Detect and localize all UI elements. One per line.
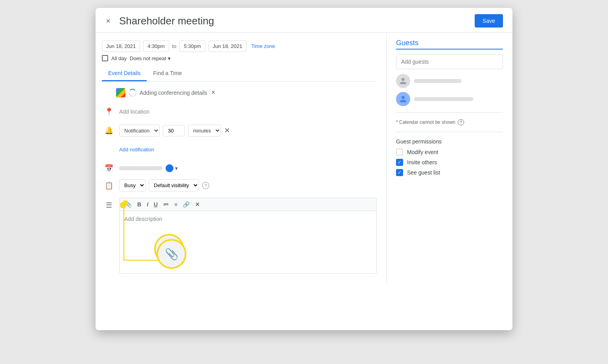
ordered-list-button[interactable]: ≔ [161,200,171,209]
loading-spinner [129,89,136,97]
status-help-icon[interactable]: ? [202,182,209,189]
modal-header: × Shareholder meeting Save [96,8,512,33]
italic-button[interactable]: I [144,200,151,209]
conferencing-row: Adding conferencing details × [102,88,377,97]
left-panel: Jun 18, 2021 4:30pm to 5:30pm Jun 18, 20… [96,33,387,283]
underline-button[interactable]: U [151,200,160,209]
repeat-label: Does not repeat [130,55,166,61]
start-date-chip[interactable]: Jun 18, 2021 [102,40,140,52]
calendar-bar [119,166,162,170]
description-form-row: ☰ 📎 B I U ≔ ≡ [102,198,377,274]
conferencing-text: Adding conferencing details [140,90,207,96]
permissions-title: Guest permissions [396,138,503,145]
end-date-chip[interactable]: Jun 18, 2021 [208,40,247,52]
separator-2 [396,132,503,132]
location-row: 📍 [102,104,377,119]
invite-others-label: Invite others [407,159,437,165]
see-guest-list-label: See guest list [407,169,440,176]
event-title: Shareholder meeting [119,15,470,27]
notification-unit-select[interactable]: minutes [188,125,221,137]
large-attach-icon-highlight: 📎 [154,234,184,264]
allday-checkbox[interactable] [102,55,108,61]
description-icon: ☰ [102,198,116,210]
guest-avatar-2 [396,92,410,106]
remove-conferencing-button[interactable]: × [210,88,216,97]
see-guest-list-checkbox[interactable]: ✓ [396,169,403,176]
guests-title: Guests [396,39,503,50]
save-button[interactable]: Save [475,14,503,28]
description-toolbar: 📎 B I U ≔ ≡ 🔗 ✕ [119,198,377,211]
question-icon[interactable]: ? [458,119,464,125]
notification-value-input[interactable] [163,125,185,136]
see-guest-list-check-icon: ✓ [398,170,402,175]
permission-item-2: ✓ Invite others [396,159,503,166]
event-modal: × Shareholder meeting Save Jun 18, 2021 … [96,8,512,330]
tab-find-time[interactable]: Find a Time [147,66,188,81]
calendar-warning-text: * Calendar cannot be shown [396,119,455,125]
modal-body: Jun 18, 2021 4:30pm to 5:30pm Jun 18, 20… [96,33,512,283]
right-panel: Guests * Cal [387,33,512,283]
guest-item-1 [396,74,503,88]
calendar-icon: 📅 [102,164,116,173]
attach-button[interactable]: 📎 [123,200,134,209]
add-notification-row: Add notification [102,142,377,157]
timezone-button[interactable]: Time zone [250,42,276,51]
separator-1 [396,112,503,113]
color-circle [166,164,173,172]
color-selector[interactable]: ▾ [166,164,178,172]
description-area[interactable]: Add description 📎 [119,211,377,274]
bell-icon: 🔔 [102,126,116,135]
link-button[interactable]: 🔗 [181,200,192,209]
description-wrapper: 📎 B I U ≔ ≡ 🔗 ✕ [119,198,377,274]
meet-icon [116,88,125,97]
invite-others-check-icon: ✓ [398,160,402,165]
guest-bar-2 [414,97,473,101]
repeat-button[interactable]: Does not repeat ▾ [130,55,171,61]
date-row: Jun 18, 2021 4:30pm to 5:30pm Jun 18, 20… [102,40,377,52]
modify-event-checkbox[interactable] [396,149,403,156]
location-icon: 📍 [102,107,116,116]
busy-status-select[interactable]: Busy [119,179,146,191]
repeat-arrow-icon: ▾ [168,55,171,61]
calendar-warning: * Calendar cannot be shown ? [396,119,503,125]
add-guests-input[interactable] [396,54,503,69]
guest-item-2 [396,92,503,106]
permission-item-1: Modify event [396,149,503,156]
status-icon: 📋 [102,181,116,190]
permission-item-3: ✓ See guest list [396,169,503,176]
end-time-chip[interactable]: 5:30pm [179,40,205,52]
color-arrow-icon: ▾ [175,165,178,171]
guest-avatar-1 [396,74,410,88]
add-notification-button[interactable]: Add notification [119,145,154,154]
invite-others-checkbox[interactable]: ✓ [396,159,403,166]
to-label: to [172,43,177,49]
unordered-list-button[interactable]: ≡ [172,200,180,209]
allday-row: All day Does not repeat ▾ [102,55,377,61]
calendar-row: 📅 ▾ [102,160,377,176]
guest-bar-1 [414,79,461,83]
description-placeholder: Add description [124,216,162,222]
modify-event-label: Modify event [407,149,438,155]
tab-event-details[interactable]: Event Details [102,66,147,81]
tabs: Event Details Find a Time [102,66,377,81]
remove-notification-button[interactable]: ✕ [224,126,230,135]
location-input[interactable] [119,105,377,118]
notification-type-select[interactable]: Notification [119,125,160,137]
status-row: 📋 Busy Default visibility ? [102,179,377,191]
start-time-chip[interactable]: 4:30pm [143,40,169,52]
close-button[interactable]: × [102,15,114,27]
notification-row: 🔔 Notification minutes ✕ [102,123,377,138]
visibility-select[interactable]: Default visibility [149,179,199,191]
remove-format-button[interactable]: ✕ [193,200,202,209]
allday-label: All day [111,55,127,61]
bold-button[interactable]: B [135,200,144,209]
